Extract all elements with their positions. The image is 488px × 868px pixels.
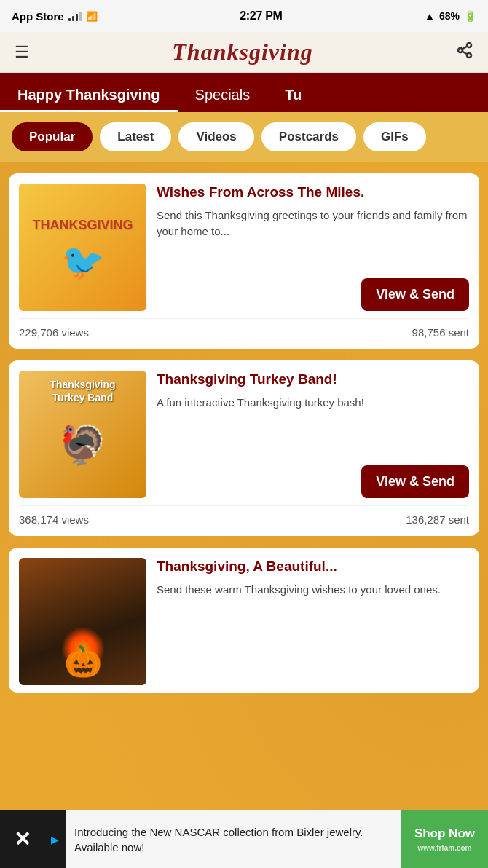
- battery-label: 68%: [439, 10, 460, 22]
- content-area: THANKSGIVING 🐦 Wishes From Across The Mi…: [0, 162, 488, 817]
- battery-icon: 🔋: [464, 10, 476, 22]
- card-3-info: Thanksgiving, A Beautiful... Send these …: [157, 558, 469, 685]
- card-1-info: Wishes From Across The Miles. Send this …: [157, 184, 469, 311]
- status-right: ▲ 68% 🔋: [425, 10, 476, 22]
- main-tabs: Happy Thanksgiving Specials Tu: [0, 73, 488, 112]
- ad-url: www.frfam.com: [417, 844, 471, 852]
- card-3-desc: Send these warm Thanksgiving wishes to y…: [157, 582, 469, 685]
- card-1-views: 229,706 views: [19, 326, 89, 339]
- ad-close-button[interactable]: ✕: [0, 810, 44, 869]
- carrier-label: App Store: [12, 10, 64, 23]
- share-icon[interactable]: [456, 42, 473, 63]
- wifi-icon: 📶: [86, 11, 98, 22]
- signal-icon: [68, 11, 82, 21]
- hamburger-icon[interactable]: ☰: [15, 43, 29, 62]
- card-1-stats: 229,706 views 98,756 sent: [19, 318, 469, 339]
- tab-tu[interactable]: Tu: [267, 79, 319, 112]
- thumb1-text: THANKSGIVING: [26, 212, 138, 240]
- svg-line-3: [463, 51, 468, 54]
- card-3-title: Thanksgiving, A Beautiful...: [157, 558, 469, 576]
- card-2-stats: 368,174 views 136,287 sent: [19, 505, 469, 526]
- pill-popular[interactable]: Popular: [12, 122, 93, 151]
- card-1-title: Wishes From Across The Miles.: [157, 184, 469, 202]
- pill-videos[interactable]: Videos: [178, 122, 253, 151]
- card-1-desc: Send this Thanksgiving greetings to your…: [157, 208, 469, 271]
- tab-happy-thanksgiving[interactable]: Happy Thanksgiving: [0, 79, 178, 112]
- card-2-views: 368,174 views: [19, 513, 89, 526]
- card-1-sent: 98,756 sent: [412, 326, 469, 339]
- tab-specials[interactable]: Specials: [178, 79, 268, 112]
- card-2-desc: A fun interactive Thanksgiving turkey ba…: [157, 395, 469, 458]
- ad-text: Introducing the New NASCAR collection fr…: [66, 824, 401, 855]
- clock: 2:27 PM: [240, 9, 282, 23]
- pumpkin-icon: 🎃: [64, 644, 102, 679]
- close-icon: ✕: [14, 829, 31, 850]
- location-icon: ▲: [425, 10, 435, 22]
- card-3-thumbnail[interactable]: 🎃: [19, 558, 146, 685]
- card-1-view-send-button[interactable]: View & Send: [361, 278, 469, 311]
- card-2-thumbnail[interactable]: ThanksgivingTurkey Band 🦃: [19, 371, 146, 498]
- card-2-sent: 136,287 sent: [406, 513, 469, 526]
- play-icon: ▶: [51, 834, 59, 845]
- svg-line-4: [463, 46, 468, 49]
- header: ☰ Thanksgiving: [0, 32, 488, 73]
- status-left: App Store 📶: [12, 10, 98, 23]
- pill-postcards[interactable]: Postcards: [261, 122, 356, 151]
- filter-bar: Popular Latest Videos Postcards GIFs: [0, 112, 488, 162]
- card-2: ThanksgivingTurkey Band 🦃 Thanksgiving T…: [9, 360, 479, 536]
- card-1: THANKSGIVING 🐦 Wishes From Across The Mi…: [9, 173, 479, 349]
- card-2-view-send-button[interactable]: View & Send: [361, 465, 469, 498]
- status-bar: App Store 📶 2:27 PM ▲ 68% 🔋: [0, 0, 488, 32]
- turkey-icon: 🦃: [59, 423, 106, 467]
- shop-now-button[interactable]: Shop Now www.frfam.com: [401, 810, 488, 869]
- pill-latest[interactable]: Latest: [100, 122, 171, 151]
- card-2-info: Thanksgiving Turkey Band! A fun interact…: [157, 371, 469, 498]
- card-3: 🎃 Thanksgiving, A Beautiful... Send thes…: [9, 548, 479, 693]
- shop-label: Shop Now: [414, 826, 475, 841]
- pill-gifs[interactable]: GIFs: [363, 122, 426, 151]
- card-1-thumbnail[interactable]: THANKSGIVING 🐦: [19, 184, 146, 311]
- ad-banner: ✕ ▶ Introducing the New NASCAR collectio…: [0, 810, 488, 868]
- bird-icon: 🐦: [61, 242, 105, 283]
- page-title: Thanksgiving: [172, 39, 312, 66]
- ad-play-button[interactable]: ▶: [44, 810, 66, 869]
- thumb2-label: ThanksgivingTurkey Band: [25, 378, 141, 404]
- card-2-title: Thanksgiving Turkey Band!: [157, 371, 469, 389]
